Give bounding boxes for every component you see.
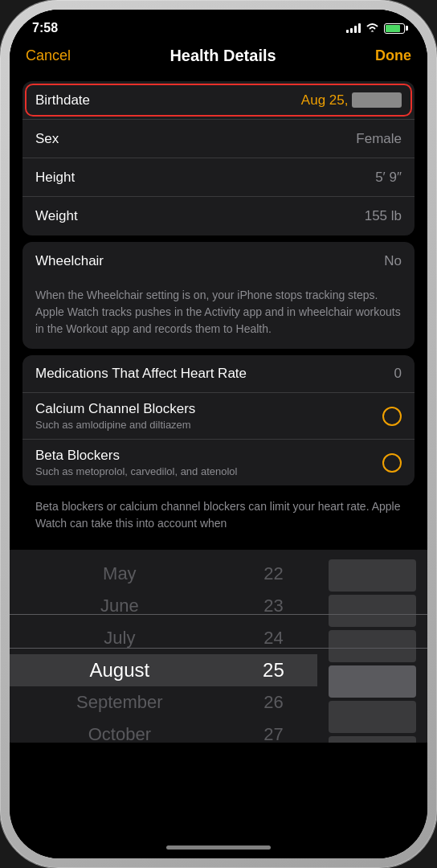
calcium-blockers-label: Calcium Channel Blockers	[35, 401, 382, 417]
wheelchair-section: Wheelchair No When the Wheelchair settin…	[22, 242, 415, 349]
wheelchair-note: When the Wheelchair setting is on, your …	[22, 280, 415, 349]
height-label: Height	[35, 170, 75, 186]
picker-day-24: 24	[230, 622, 317, 654]
picker-year-slot-2	[329, 595, 416, 627]
page-title: Health Details	[169, 47, 276, 65]
picker-day-25: 25	[230, 654, 317, 686]
beta-blockers-radio[interactable]	[382, 453, 402, 473]
birthdate-value: Aug 25, 1990	[301, 92, 402, 108]
picker-month-june: June	[10, 590, 230, 622]
picker-month-september: September	[10, 686, 230, 719]
personal-section: Birthdate Aug 25, 1990 Sex Female Height…	[22, 81, 415, 235]
beta-blockers-row[interactable]: Beta Blockers Such as metoprolol, carved…	[22, 440, 415, 485]
calcium-blockers-row[interactable]: Calcium Channel Blockers Such as amlodip…	[22, 393, 415, 440]
sex-value: Female	[356, 131, 402, 147]
weight-label: Weight	[35, 208, 78, 224]
picker-day-22: 22	[230, 558, 317, 590]
birthdate-label: Birthdate	[35, 92, 90, 108]
picker-month-october: October	[10, 719, 230, 743]
picker-month-august: August	[10, 654, 230, 686]
battery-icon	[384, 23, 405, 34]
calcium-blockers-sub: Such as amlodipine and diltiazem	[35, 419, 382, 431]
picker-day-23: 23	[230, 590, 317, 622]
screen: 7:58	[10, 10, 427, 858]
medications-count: 0	[394, 366, 402, 382]
status-icons	[346, 22, 405, 35]
sex-row[interactable]: Sex Female	[22, 120, 415, 158]
beta-blockers-label: Beta Blockers	[35, 448, 382, 464]
phone-frame: 7:58	[0, 0, 437, 868]
beta-blockers-sub: Such as metoprolol, carvedilol, and aten…	[35, 465, 382, 477]
done-button[interactable]: Done	[375, 47, 411, 64]
year-picker-col[interactable]	[317, 550, 427, 743]
picker-year-selected	[329, 665, 416, 698]
wheelchair-label: Wheelchair	[35, 253, 104, 269]
date-picker[interactable]: May June July August September October N…	[10, 550, 427, 743]
weight-value: 155 lb	[365, 208, 402, 224]
content-area: Birthdate Aug 25, 1990 Sex Female Height…	[10, 75, 427, 836]
medications-section: Medications That Affect Heart Rate 0 Cal…	[22, 355, 415, 485]
picker-year-slot-3	[329, 630, 416, 662]
birthdate-row[interactable]: Birthdate Aug 25, 1990	[22, 81, 415, 120]
medications-note: Beta blockers or calcium channel blocker…	[22, 492, 415, 543]
calcium-blockers-radio[interactable]	[382, 407, 402, 426]
signal-icon	[346, 23, 361, 33]
status-time: 7:58	[32, 21, 58, 35]
picker-year-slot-6	[329, 736, 416, 743]
picker-month-july: July	[10, 622, 230, 654]
wheelchair-row[interactable]: Wheelchair No	[22, 242, 415, 280]
sex-label: Sex	[35, 131, 59, 147]
weight-row[interactable]: Weight 155 lb	[22, 197, 415, 235]
picker-year-slot-1	[329, 559, 416, 592]
home-bar	[166, 845, 271, 850]
phone-inner: 7:58	[10, 10, 427, 858]
picker-columns: May June July August September October N…	[10, 550, 427, 743]
nav-bar: Cancel Health Details Done	[10, 40, 427, 75]
day-picker-col[interactable]: 22 23 24 25 26 27 28	[230, 550, 317, 743]
picker-day-26: 26	[230, 686, 317, 719]
height-row[interactable]: Height 5′ 9″	[22, 158, 415, 197]
wheelchair-value: No	[384, 253, 402, 269]
picker-year-slot-5	[329, 701, 416, 733]
notch	[166, 10, 271, 32]
picker-month-may: May	[10, 558, 230, 590]
picker-day-27: 27	[230, 719, 317, 743]
month-picker-col[interactable]: May June July August September October N…	[10, 550, 230, 743]
cancel-button[interactable]: Cancel	[26, 47, 71, 64]
wifi-icon	[366, 22, 379, 35]
home-indicator	[10, 836, 427, 858]
height-value: 5′ 9″	[375, 170, 402, 186]
medications-header: Medications That Affect Heart Rate 0	[22, 355, 415, 393]
medications-title: Medications That Affect Heart Rate	[35, 366, 247, 382]
